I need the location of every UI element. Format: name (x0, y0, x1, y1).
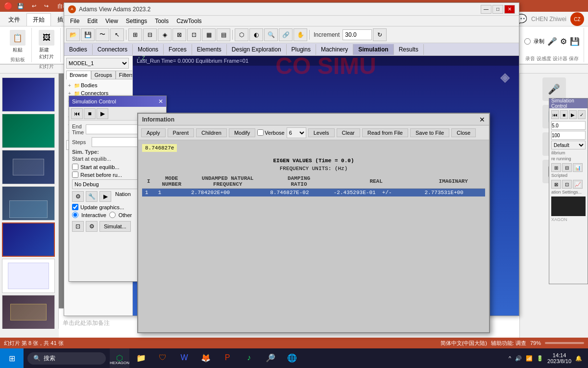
save-to-file-btn[interactable]: Save to File (410, 128, 449, 137)
model-selector[interactable]: MODEL_1 (66, 58, 129, 69)
clear-btn[interactable]: Clear (337, 128, 360, 137)
apply-info-btn[interactable]: Apply (141, 128, 166, 137)
menu-view[interactable]: View (101, 17, 122, 25)
tb-btn12[interactable]: ✋ (294, 28, 307, 41)
tb-btn1[interactable]: ⊞ (128, 28, 142, 41)
maximize-btn[interactable]: □ (492, 5, 503, 14)
menu-czwtools[interactable]: CzwTools (172, 17, 205, 25)
menu-file[interactable]: File (66, 17, 83, 25)
read-from-file-btn[interactable]: Read from File (362, 128, 408, 137)
record-radio[interactable] (524, 38, 531, 45)
tb-select-btn[interactable]: ↖ (110, 28, 124, 41)
slide-thumb-8[interactable]: 8 (2, 222, 55, 257)
subtab-design-exploration[interactable]: Design Exploration (227, 44, 287, 55)
taskbar-app-powerpoint[interactable]: P (218, 348, 237, 368)
slide-thumb-7[interactable]: 7 (2, 186, 55, 221)
slide-thumb-star[interactable]: ⭐ (2, 114, 55, 148)
verbose-checkbox[interactable] (257, 129, 264, 136)
qa-save-btn[interactable]: 💾 (14, 2, 27, 10)
tab-file[interactable]: 文件 (2, 13, 26, 26)
sim-right-icon2[interactable]: ⊟ (562, 163, 572, 172)
tb-btn11[interactable]: 🔗 (279, 28, 293, 41)
taskbar-app-browser[interactable]: 🦊 (196, 348, 216, 368)
battery-icon[interactable]: 🔋 (537, 355, 543, 362)
avatar[interactable]: CZ (570, 12, 584, 26)
paste-btn[interactable]: 📋 粘贴 (8, 28, 27, 55)
levels-btn[interactable]: Levels (308, 128, 335, 137)
slide-thumb-9[interactable]: 9 (2, 259, 55, 293)
sim-control-close-btn[interactable]: ✕ (158, 98, 163, 105)
tb-btn9[interactable]: ◐ (249, 28, 263, 41)
sim-icon-btn1[interactable]: ⚙ (72, 191, 84, 202)
sim-right-icon3[interactable]: 📊 (573, 163, 583, 172)
children-btn[interactable]: Children (196, 128, 227, 137)
slide-thumb-10[interactable]: 10 (2, 295, 55, 329)
slide-thumb-5[interactable]: 5 (2, 77, 55, 112)
increment-input[interactable] (343, 29, 372, 40)
tb-btn10[interactable]: 🔍 (264, 28, 278, 41)
menu-edit[interactable]: Edit (83, 17, 101, 25)
sim-right-icon1[interactable]: ⊞ (551, 163, 561, 172)
tb-rotate-btn[interactable]: ↻ (373, 28, 387, 41)
slide-thumb-6[interactable]: 6 (2, 150, 55, 184)
subtab-plugins[interactable]: Plugins (287, 44, 316, 55)
taskbar-app-chrome[interactable]: 🌐 (282, 348, 302, 368)
sim-right-play[interactable]: ▶ (569, 110, 577, 119)
tb-btn2[interactable]: ⊟ (143, 28, 157, 41)
minimize-btn[interactable]: — (481, 5, 491, 14)
network-icon[interactable]: 📶 (526, 355, 533, 362)
sim-bottom-btn2[interactable]: ⚙ (86, 221, 98, 232)
menu-tools[interactable]: Tools (151, 17, 172, 25)
tb-btn3[interactable]: ◈ (158, 28, 172, 41)
taskbar-app-explorer[interactable]: 📁 (131, 348, 151, 368)
tb-btn8[interactable]: ⬡ (235, 28, 248, 41)
tb-btn6[interactable]: ▦ (202, 28, 216, 41)
sim-stop-btn[interactable]: ■ (84, 108, 96, 119)
zoom-slider[interactable] (545, 342, 584, 344)
tree-tab-browse[interactable]: Browse (66, 71, 91, 79)
sim-right-check[interactable]: ✓ (578, 110, 586, 119)
subtab-simulation[interactable]: Simulation (353, 44, 393, 55)
sim-right-dropdown[interactable]: Default (551, 141, 586, 149)
start-button[interactable]: ⊞ (0, 348, 24, 368)
sim-right-icon5[interactable]: ⊡ (562, 180, 572, 189)
tree-tab-groups[interactable]: Groups (91, 71, 116, 79)
sim-right-stop[interactable]: ■ (560, 110, 568, 119)
sim-right-icon6[interactable]: 📈 (573, 180, 583, 189)
sim-right-rewind[interactable]: ⏮ (551, 110, 559, 119)
taskbar-app-shield[interactable]: 🛡 (153, 348, 172, 368)
levels-dropdown[interactable]: 6 (287, 127, 306, 138)
interactive-radio[interactable] (72, 212, 78, 218)
taskbar-search[interactable]: 🔍 搜索 (27, 352, 106, 365)
sim-right-icon4[interactable]: ⊠ (551, 180, 561, 189)
notification-btn[interactable]: 🔔 (575, 355, 582, 362)
sim-rewind-btn[interactable]: ⏮ (71, 108, 83, 119)
update-graphics-checkbox[interactable] (72, 204, 78, 210)
tree-item-bodies[interactable]: + 📁 Bodies (66, 81, 130, 89)
sim-icon-btn2[interactable]: 🔧 (86, 191, 98, 202)
close-btn[interactable]: ✕ (504, 5, 515, 14)
parent-btn[interactable]: Parent (168, 128, 194, 137)
close-info-btn[interactable]: Close (451, 128, 476, 137)
qa-undo-btn[interactable]: ↩ (29, 2, 39, 10)
sim-play-btn[interactable]: ▶ (97, 108, 108, 119)
taskbar-app-search2[interactable]: 🔎 (261, 348, 280, 368)
tree-tab-filters[interactable]: Filters (116, 71, 133, 79)
subtab-bodies[interactable]: Bodies (64, 44, 93, 55)
simulate-btn[interactable]: Simulat... (99, 221, 131, 232)
subtab-elements[interactable]: Elements (192, 44, 227, 55)
sim-icon-btn3[interactable]: ▶ (99, 191, 111, 202)
mic-panel-icon[interactable]: 🎤 (542, 77, 566, 101)
other-radio[interactable] (109, 212, 116, 218)
subtab-motions[interactable]: Motions (133, 44, 164, 55)
taskbar-app-doc[interactable]: W (174, 348, 194, 368)
tab-home[interactable]: 开始 (26, 13, 51, 26)
speaker-icon[interactable]: 🔊 (515, 355, 522, 362)
sim-right-field2[interactable] (551, 131, 586, 140)
subtab-results[interactable]: Results (394, 44, 424, 55)
taskbar-app-hexagon[interactable]: ⬡ HEXAGON (110, 348, 129, 368)
subtab-connectors[interactable]: Connectors (93, 44, 133, 55)
tb-curve-btn[interactable]: 〜 (96, 28, 109, 41)
new-slide-btn[interactable]: 🖼 新建幻灯片 (37, 28, 56, 62)
subtab-machinery[interactable]: Machinery (316, 44, 353, 55)
